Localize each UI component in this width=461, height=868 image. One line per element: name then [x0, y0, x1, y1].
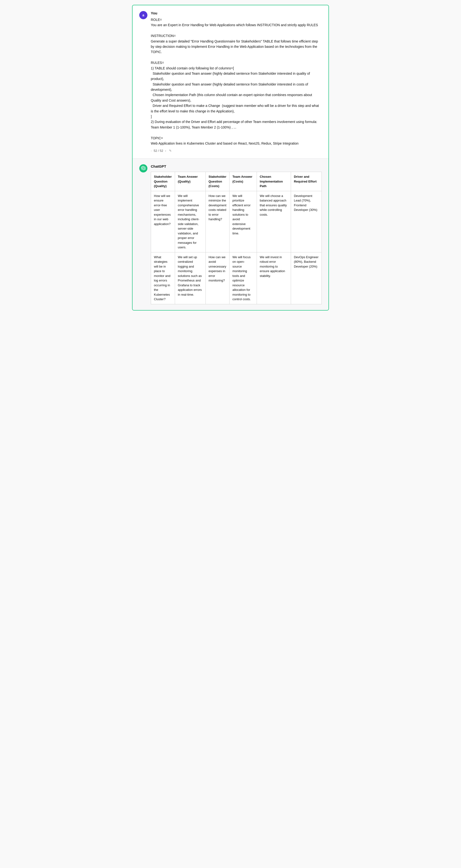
table-cell-r2c5: We will invest in robust error monitorin…	[257, 252, 291, 304]
table-cell-r1c1: How will we ensure error-free user exper…	[151, 191, 175, 252]
pagination-prev-arrow[interactable]: ‹	[151, 149, 152, 153]
assistant-message: ChatGPT Stakeholder Question (Quality) T…	[133, 158, 328, 310]
response-table: Stakeholder Question (Quality) Team Answ…	[151, 172, 322, 304]
table-header-col3: Stakeholder Question (Costs)	[205, 172, 230, 191]
table-cell-r2c4: We will focus on open-source monitoring …	[230, 252, 257, 304]
table-header-col1: Stakeholder Question (Quality)	[151, 172, 175, 191]
edit-icon[interactable]: ✎	[169, 149, 172, 153]
pagination-line: ‹ 52 / 52 › ✎	[151, 149, 322, 153]
table-row: How will we ensure error-free user exper…	[151, 191, 322, 252]
user-message: a You ROLE= You are an Expert in Error H…	[133, 5, 328, 158]
table-cell-r1c2: We will implement comprehensive error ha…	[175, 191, 205, 252]
table-header-col5: Chosen Implementation Path	[257, 172, 291, 191]
table-header-col4: Team Answer (Costs)	[230, 172, 257, 191]
chatgpt-logo-icon	[141, 166, 146, 171]
user-content: You ROLE= You are an Expert in Error Han…	[151, 11, 322, 153]
pagination-next-arrow[interactable]: ›	[165, 149, 166, 153]
user-avatar: a	[139, 11, 147, 19]
assistant-avatar	[139, 164, 147, 173]
assistant-name: ChatGPT	[151, 164, 322, 168]
user-name: You	[151, 11, 322, 15]
table-cell-r2c2: We will set up centralized logging and m…	[175, 252, 205, 304]
table-cell-r1c4: We will prioritize efficient error handl…	[230, 191, 257, 252]
table-cell-r1c5: We will choose a balanced approach that …	[257, 191, 291, 252]
table-header-col6: Driver and Required Effort	[291, 172, 322, 191]
user-message-text: ROLE= You are an Expert in Error Handlin…	[151, 17, 322, 146]
table-cell-r2c1: What strategies will be in place to moni…	[151, 252, 175, 304]
table-row: What strategies will be in place to moni…	[151, 252, 322, 304]
table-cell-r2c3: How can we avoid unnecessary expenses in…	[205, 252, 230, 304]
table-header-row: Stakeholder Question (Quality) Team Answ…	[151, 172, 322, 191]
chat-container: a You ROLE= You are an Expert in Error H…	[132, 5, 329, 311]
table-cell-r1c6: Development Lead (70%), Frontend Develop…	[291, 191, 322, 252]
table-cell-r1c3: How can we minimize the development cost…	[205, 191, 230, 252]
assistant-content: ChatGPT Stakeholder Question (Quality) T…	[151, 164, 322, 304]
table-header-col2: Team Answer (Quality)	[175, 172, 205, 191]
pagination-count: 52 / 52	[154, 149, 163, 153]
table-cell-r2c6: DevOps Engineer (80%), Backend Developer…	[291, 252, 322, 304]
